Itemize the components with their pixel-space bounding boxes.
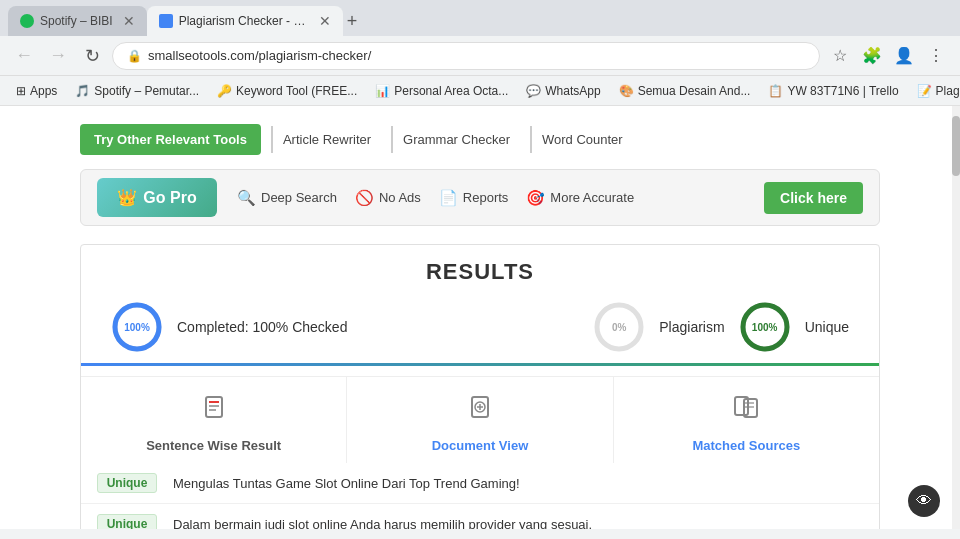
bookmark-kw[interactable]: 🔑 Keyword Tool (FREE... bbox=[211, 82, 363, 100]
nav-icons: ☆ 🧩 👤 ⋮ bbox=[826, 42, 950, 70]
tab-plagiarism-label: Plagiarism Checker - 100% Free... bbox=[179, 14, 309, 28]
result-left: 100% Completed: 100% Checked bbox=[111, 301, 347, 353]
spotify-bm-icon: 🎵 bbox=[75, 84, 90, 98]
plagiarism-label: Plagiarism bbox=[659, 319, 724, 335]
results-divider bbox=[81, 363, 879, 366]
go-pro-section: 👑 Go Pro 🔍 Deep Search 🚫 No Ads 📄 Report… bbox=[0, 169, 960, 244]
bookmark-wa[interactable]: 💬 WhatsApp bbox=[520, 82, 606, 100]
views-row: Sentence Wise Result Document View bbox=[81, 376, 879, 463]
spotify-favicon bbox=[20, 14, 34, 28]
bookmark-star-button[interactable]: ☆ bbox=[826, 42, 854, 70]
try-tools-bar: Try Other Relevant Tools Article Rewrite… bbox=[80, 116, 880, 163]
tab-spotify-close[interactable]: ✕ bbox=[123, 14, 135, 28]
menu-button[interactable]: ⋮ bbox=[922, 42, 950, 70]
no-ads-label: No Ads bbox=[379, 190, 421, 205]
privacy-symbol: 👁 bbox=[916, 492, 932, 510]
pa-icon: 📊 bbox=[375, 84, 390, 98]
results-stats-row: 100% Completed: 100% Checked 0% Plagiari bbox=[81, 295, 879, 359]
crown-icon: 👑 bbox=[117, 188, 137, 207]
browser-chrome: Spotify – BIBI ✕ Plagiarism Checker - 10… bbox=[0, 0, 960, 529]
tab-spotify-label: Spotify – BIBI bbox=[40, 14, 113, 28]
scrollbar-thumb[interactable] bbox=[952, 116, 960, 176]
click-here-button[interactable]: Click here bbox=[764, 182, 863, 214]
badge-0: Unique bbox=[97, 473, 157, 493]
completed-percent: 100% bbox=[124, 322, 150, 333]
bookmark-trello-label: YW 83T71N6 | Trello bbox=[787, 84, 898, 98]
accurate-icon: 🎯 bbox=[526, 189, 545, 207]
pro-feature-accurate: 🎯 More Accurate bbox=[526, 189, 634, 207]
bookmark-kw-label: Keyword Tool (FREE... bbox=[236, 84, 357, 98]
result-rows: Unique Mengulas Tuntas Game Slot Online … bbox=[81, 463, 879, 529]
sentence-view-label: Sentence Wise Result bbox=[146, 438, 281, 453]
results-container: RESULTS 100% Completed: 100% Checked bbox=[80, 244, 880, 529]
go-pro-button[interactable]: 👑 Go Pro bbox=[97, 178, 217, 217]
grammar-checker-link[interactable]: Grammar Checker bbox=[391, 126, 520, 153]
privacy-icon[interactable]: 👁 bbox=[908, 485, 940, 517]
word-counter-link[interactable]: Word Counter bbox=[530, 126, 633, 153]
completed-circle: 100% bbox=[111, 301, 163, 353]
bookmark-sd-label: Semua Desain And... bbox=[638, 84, 751, 98]
profile-button[interactable]: 👤 bbox=[890, 42, 918, 70]
plagiarism-percent: 0% bbox=[612, 322, 626, 333]
matched-icon bbox=[730, 391, 762, 430]
nav-bar: ← → ↻ 🔒 smallseotools.com/plagiarism-che… bbox=[0, 36, 960, 76]
result-text-0: Mengulas Tuntas Game Slot Online Dari To… bbox=[173, 476, 520, 491]
no-ads-icon: 🚫 bbox=[355, 189, 374, 207]
result-row-0: Unique Mengulas Tuntas Game Slot Online … bbox=[81, 463, 879, 504]
try-other-button[interactable]: Try Other Relevant Tools bbox=[80, 124, 261, 155]
try-tools-section: Try Other Relevant Tools Article Rewrite… bbox=[0, 106, 960, 169]
bookmark-spotify[interactable]: 🎵 Spotify – Pemutar... bbox=[69, 82, 205, 100]
sentence-icon bbox=[198, 391, 230, 430]
wa-icon: 💬 bbox=[526, 84, 541, 98]
results-section: RESULTS 100% Completed: 100% Checked bbox=[0, 244, 960, 529]
pro-feature-deep-search: 🔍 Deep Search bbox=[237, 189, 337, 207]
unique-percent: 100% bbox=[752, 322, 778, 333]
article-rewriter-link[interactable]: Article Rewriter bbox=[271, 126, 381, 153]
reports-label: Reports bbox=[463, 190, 509, 205]
extensions-button[interactable]: 🧩 bbox=[858, 42, 886, 70]
address-text: smallseotools.com/plagiarism-checker/ bbox=[148, 48, 371, 63]
pro-feature-no-ads: 🚫 No Ads bbox=[355, 189, 421, 207]
pro-features: 🔍 Deep Search 🚫 No Ads 📄 Reports 🎯 More … bbox=[217, 189, 764, 207]
page-content: Try Other Relevant Tools Article Rewrite… bbox=[0, 106, 960, 529]
result-text-1: Dalam bermain judi slot online Anda haru… bbox=[173, 517, 592, 530]
accurate-label: More Accurate bbox=[550, 190, 634, 205]
bookmark-pa-label: Personal Area Octa... bbox=[394, 84, 508, 98]
unique-circle: 100% bbox=[739, 301, 791, 353]
lock-icon: 🔒 bbox=[127, 49, 142, 63]
svg-rect-5 bbox=[206, 397, 222, 417]
document-view-tab[interactable]: Document View bbox=[347, 377, 613, 463]
scrollbar[interactable] bbox=[952, 106, 960, 529]
address-bar[interactable]: 🔒 smallseotools.com/plagiarism-checker/ bbox=[112, 42, 820, 70]
bookmark-sd[interactable]: 🎨 Semua Desain And... bbox=[613, 82, 757, 100]
bookmarks-bar: ⊞ Apps 🎵 Spotify – Pemutar... 🔑 Keyword … bbox=[0, 76, 960, 106]
tab-plagiarism[interactable]: Plagiarism Checker - 100% Free... ✕ bbox=[147, 6, 343, 36]
document-view-label: Document View bbox=[432, 438, 529, 453]
trello-icon: 📋 bbox=[768, 84, 783, 98]
bookmark-apps-label: Apps bbox=[30, 84, 57, 98]
result-right: 0% Plagiarism 100% Unique bbox=[593, 301, 849, 353]
deep-search-label: Deep Search bbox=[261, 190, 337, 205]
bookmark-apps[interactable]: ⊞ Apps bbox=[10, 82, 63, 100]
new-tab-button[interactable]: + bbox=[347, 12, 358, 30]
bookmark-plag[interactable]: 📝 Plagiarism Checker... bbox=[911, 82, 960, 100]
sd-icon: 🎨 bbox=[619, 84, 634, 98]
tab-plagiarism-close[interactable]: ✕ bbox=[319, 14, 331, 28]
bookmark-wa-label: WhatsApp bbox=[545, 84, 600, 98]
bookmark-trello[interactable]: 📋 YW 83T71N6 | Trello bbox=[762, 82, 904, 100]
bookmark-pa[interactable]: 📊 Personal Area Octa... bbox=[369, 82, 514, 100]
plagiarism-circle: 0% bbox=[593, 301, 645, 353]
completed-label: Completed: 100% Checked bbox=[177, 319, 347, 335]
go-pro-label: Go Pro bbox=[143, 189, 196, 207]
forward-button[interactable]: → bbox=[44, 42, 72, 70]
results-title: RESULTS bbox=[81, 245, 879, 295]
bookmark-plag-label: Plagiarism Checker... bbox=[936, 84, 960, 98]
bookmark-spotify-label: Spotify – Pemutar... bbox=[94, 84, 199, 98]
sentence-view-tab[interactable]: Sentence Wise Result bbox=[81, 377, 347, 463]
matched-view-tab[interactable]: Matched Sources bbox=[614, 377, 879, 463]
back-button[interactable]: ← bbox=[10, 42, 38, 70]
plagiarism-favicon bbox=[159, 14, 173, 28]
deep-search-icon: 🔍 bbox=[237, 189, 256, 207]
tab-spotify[interactable]: Spotify – BIBI ✕ bbox=[8, 6, 147, 36]
reload-button[interactable]: ↻ bbox=[78, 42, 106, 70]
